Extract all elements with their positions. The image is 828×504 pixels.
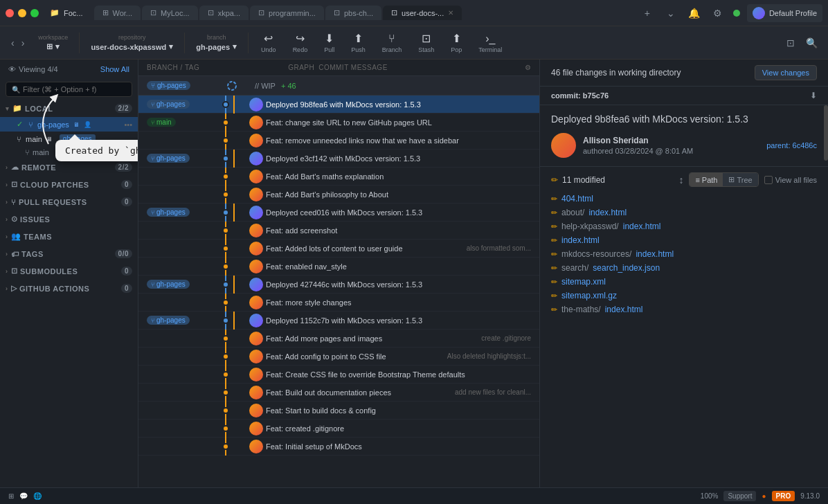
avatar bbox=[249, 170, 263, 183]
checkbox[interactable] bbox=[764, 176, 773, 184]
viewing-badge[interactable]: 👁 Viewing 4/4 bbox=[8, 65, 58, 73]
sidebar-section-issues[interactable]: › ⊙ ISSUES bbox=[0, 210, 138, 228]
workspace-dropdown[interactable]: ⊞ ▾ bbox=[46, 42, 60, 51]
tree-tab[interactable]: ⊞ Tree bbox=[723, 173, 757, 186]
sidebar-section-teams[interactable]: › 👥 TEAMS bbox=[0, 228, 138, 245]
commit-row[interactable]: ⑂gh-pages Deployed 427446c with MkDocs v… bbox=[138, 276, 539, 294]
branch-button[interactable]: ⑂ Branch bbox=[375, 30, 409, 56]
commit-row[interactable]: Feat: Add Bart's maths explanation bbox=[138, 168, 539, 186]
sidebar-section-github-actions[interactable]: › ▷ GITHUB ACTIONS 0 bbox=[0, 280, 138, 297]
commit-row[interactable]: Feat: Add config to point to CSS fileAls… bbox=[138, 348, 539, 366]
sidebar-item-gh-pages[interactable]: ✓ ⑂ gh-pages 🖥 👤 ••• bbox=[0, 117, 138, 132]
wip-row[interactable]: ⑂ gh-pages // WIP + 46 bbox=[138, 76, 539, 96]
layout-button[interactable]: ⊡ bbox=[782, 35, 799, 51]
add-tab-button[interactable]: + bbox=[639, 5, 656, 21]
repository-dropdown[interactable]: user-docs-xkpasswd ▾ bbox=[91, 42, 173, 51]
maximize-button[interactable] bbox=[30, 9, 39, 17]
right-panel: 46 file changes in working directory Vie… bbox=[540, 60, 828, 487]
pop-button[interactable]: ⬆ Pop bbox=[444, 29, 469, 56]
file-item[interactable]: ✏search/search_index.json bbox=[551, 262, 817, 274]
commit-row[interactable]: ⑂gh-pages Deployed ceed016 with MkDocs v… bbox=[138, 204, 539, 222]
undo-button[interactable]: ↩ Undo bbox=[254, 29, 283, 56]
view-tabs: ≡ Path ⊞ Tree bbox=[689, 172, 758, 187]
tab-userdocs[interactable]: ⊡ user-docs-... ✕ bbox=[383, 6, 462, 20]
redo-button[interactable]: ↪ Redo bbox=[286, 29, 315, 56]
branch-menu-button[interactable]: ••• bbox=[124, 120, 132, 129]
file-item[interactable]: ✏mkdocs-resources/index.html bbox=[551, 248, 817, 260]
sidebar-section-cloud-patches[interactable]: › ⊡ CLOUD PATCHES 0 bbox=[0, 176, 138, 193]
tab-mylocal[interactable]: ⊡ MyLoc... bbox=[142, 6, 198, 20]
commit-row[interactable]: Feat: remove unneeded links now that we … bbox=[138, 132, 539, 150]
commit-row[interactable]: ⑂gh-pages Deployed 1152c7b with MkDocs v… bbox=[138, 312, 539, 330]
tab-pbs[interactable]: ⊡ pbs-ch... bbox=[325, 6, 381, 20]
support-button[interactable]: Support bbox=[723, 491, 756, 501]
commit-row[interactable]: Feat: Added lots of content to user guid… bbox=[138, 240, 539, 258]
commit-row[interactable]: Feat: Create CSS file to override Bootst… bbox=[138, 366, 539, 384]
commit-message: Feat: Add Bart's philosophy to About bbox=[266, 190, 531, 199]
commit-row[interactable]: Feat: add screenshot bbox=[138, 222, 539, 240]
file-item[interactable]: ✏index.html bbox=[551, 234, 817, 246]
commit-row[interactable]: Feat: enabled nav_style bbox=[138, 258, 539, 276]
commit-message: Feat: enabled nav_style bbox=[266, 262, 531, 271]
path-tab[interactable]: ≡ Path bbox=[690, 173, 723, 186]
commit-row[interactable]: Feat: Build out documentation piecesadd … bbox=[138, 384, 539, 402]
commit-row[interactable]: ⑂gh-pages Deployed e3cf142 with MkDocs v… bbox=[138, 150, 539, 168]
avatar bbox=[249, 224, 263, 237]
tab-close-icon[interactable]: ✕ bbox=[448, 9, 453, 17]
commit-detail: Deployed 9b8fea6 with MkDocs version: 1.… bbox=[540, 105, 828, 167]
stash-button[interactable]: ⊡ Stash bbox=[411, 29, 441, 56]
chevron-right-icon: › bbox=[6, 285, 8, 292]
commit-row[interactable]: ⑂gh-pages Deployed 9b8fea6 with MkDocs v… bbox=[138, 96, 539, 114]
nav-forward-button[interactable]: › bbox=[19, 35, 28, 51]
branch-indicator: ⑂gh-pages bbox=[147, 280, 209, 289]
commit-row[interactable]: Feat: Add Bart's philosophy to About bbox=[138, 186, 539, 204]
settings-button[interactable]: ⚙ bbox=[710, 5, 726, 21]
file-item[interactable]: ✏sitemap.xml.gz bbox=[551, 289, 817, 302]
sidebar-section-pull-requests[interactable]: › ⑂ PULL REQUESTS 0 bbox=[0, 193, 138, 210]
file-item[interactable]: ✏the-maths/index.html bbox=[551, 303, 817, 316]
pull-button[interactable]: ⬇ Pull bbox=[317, 29, 341, 56]
focus-tab[interactable]: Foc... bbox=[64, 9, 83, 17]
push-button[interactable]: ⬆ Push bbox=[344, 29, 372, 56]
sidebar-section-local[interactable]: ▾ 📁 LOCAL 2/2 bbox=[0, 100, 138, 117]
tabs-dropdown-button[interactable]: ⌄ bbox=[663, 5, 679, 21]
tab-workspace[interactable]: ⊞ Wor... bbox=[94, 6, 141, 20]
tab-programming[interactable]: ⊡ programmin... bbox=[250, 6, 324, 20]
avatar bbox=[249, 314, 263, 327]
branch-dropdown[interactable]: gh-pages ▾ bbox=[196, 42, 237, 51]
view-all-toggle[interactable]: View all files bbox=[764, 176, 817, 184]
search-button[interactable]: 🔍 bbox=[803, 35, 820, 51]
commit-row[interactable]: Feat: Add more pages and imagescreate .g… bbox=[138, 330, 539, 348]
search-input[interactable] bbox=[23, 85, 126, 93]
commit-row[interactable]: Feat: more style changes bbox=[138, 294, 539, 312]
minimize-button[interactable] bbox=[18, 9, 26, 17]
commit-extra: create .gitignore bbox=[481, 334, 531, 342]
close-button[interactable] bbox=[6, 9, 14, 17]
pop-icon: ⬆ bbox=[452, 32, 461, 45]
sidebar-section-tags[interactable]: › 🏷 TAGS 0/0 bbox=[0, 245, 138, 262]
settings-icon[interactable]: ⚙ bbox=[525, 64, 532, 71]
show-all-button[interactable]: Show All bbox=[100, 65, 129, 73]
commit-row[interactable]: Feat: Initial setup of MkDocs bbox=[138, 438, 539, 456]
nav-back-button[interactable]: ‹ bbox=[8, 35, 17, 51]
sidebar-section-submodules[interactable]: › ⊡ SUBMODULES 0 bbox=[0, 262, 138, 280]
graph-column bbox=[212, 132, 246, 150]
download-icon[interactable]: ⬇ bbox=[810, 91, 817, 100]
commit-row[interactable]: Feat: Start to build docs & config bbox=[138, 402, 539, 420]
sort-button[interactable]: ↕ bbox=[678, 174, 683, 186]
file-item[interactable]: ✏sitemap.xml bbox=[551, 276, 817, 288]
file-item[interactable]: ✏about/index.html bbox=[551, 206, 817, 219]
file-item[interactable]: ✏404.html bbox=[551, 192, 817, 205]
view-changes-button[interactable]: View changes bbox=[755, 65, 817, 80]
profile-button[interactable]: Default Profile bbox=[747, 4, 822, 22]
terminal-button[interactable]: ›_ Terminal bbox=[471, 30, 509, 56]
commit-row[interactable]: ⑂main Feat: change site URL to new GitHu… bbox=[138, 114, 539, 132]
commit-row[interactable]: Feat: created .gitignore bbox=[138, 420, 539, 438]
avatar bbox=[249, 116, 263, 129]
sidebar-search[interactable]: 🔍 bbox=[6, 82, 132, 97]
tab-xkpa[interactable]: ⊡ xkpa... bbox=[199, 6, 249, 20]
toolbar-sep-1 bbox=[79, 33, 80, 53]
notifications-button[interactable]: 🔔 bbox=[686, 5, 703, 21]
parent-hash-link[interactable]: 6c486c bbox=[793, 141, 817, 150]
file-item[interactable]: ✏help-xkpasswd/index.html bbox=[551, 220, 817, 233]
